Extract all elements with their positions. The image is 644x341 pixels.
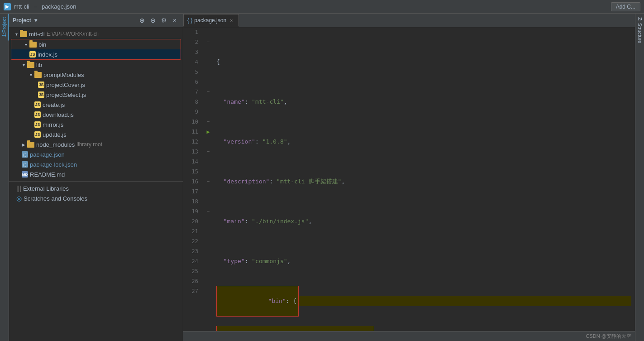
g-11: ▶: [204, 127, 213, 137]
bin-label: bin: [38, 41, 46, 48]
tree-projectselect-js[interactable]: JS projectSelect.js: [9, 90, 183, 100]
tree-package-json[interactable]: { } package.json: [9, 149, 183, 159]
run-11[interactable]: ▶: [206, 127, 210, 137]
nodemodules-expand-arrow: ▶: [20, 141, 27, 148]
code-content[interactable]: { "name": "mtt-cli", "version": "1.0.8",…: [213, 27, 635, 331]
credit-text: CSDN @安静的天空: [586, 333, 631, 340]
code-line-6: "type": "commonjs",: [216, 256, 631, 266]
tree-lib-folder[interactable]: ▾ lib: [9, 60, 183, 70]
right-panel-label[interactable]: Z: Structure: [636, 14, 644, 47]
ln-24: 24: [187, 256, 198, 266]
ln-5: 5: [187, 67, 198, 77]
mirror-icon: JS: [34, 121, 41, 128]
ln-14: 14: [187, 157, 198, 167]
root-path: E:\APP-WORK\mtt-cli: [47, 31, 99, 37]
title-bar-right: Add C...: [611, 2, 640, 11]
tree-scratches-consoles[interactable]: ◎ Scratches and Consoles: [9, 193, 183, 203]
create-label: create.js: [43, 101, 65, 108]
fold-2[interactable]: −: [207, 37, 210, 47]
tab-close-button[interactable]: ×: [230, 18, 233, 23]
g-19: −: [204, 207, 213, 216]
lib-folder-icon: [27, 62, 34, 68]
packagejson-label: package.json: [30, 151, 65, 158]
title-filename: package.json: [42, 3, 76, 10]
ln-26: 26: [187, 276, 198, 286]
packagelockjson-icon: { }: [22, 161, 28, 168]
ln-12: 12: [187, 137, 198, 147]
index-js-icon: JS: [29, 51, 36, 58]
ln-8: 8: [187, 97, 198, 107]
ln-25: 25: [187, 266, 198, 276]
g-6: [204, 77, 213, 87]
ln-18: 18: [187, 197, 198, 207]
download-icon: JS: [34, 111, 41, 118]
code-line-3: "version": "1.0.8",: [216, 137, 631, 147]
promptmodules-label: promptModules: [43, 72, 84, 78]
tree-readme-md[interactable]: MD README.md: [9, 169, 183, 179]
packagejson-icon: { }: [22, 151, 28, 158]
tree-separator: [9, 181, 183, 182]
root-label: mtt-cli: [29, 31, 45, 38]
tree-mirror-js[interactable]: JS mirror.js: [9, 120, 183, 130]
fold-7[interactable]: −: [207, 87, 210, 97]
nodemodules-label: node_modules: [36, 141, 75, 148]
tree-update-js[interactable]: JS update.js: [9, 130, 183, 139]
right-panel: Z: Structure: [635, 14, 644, 341]
add-c-button[interactable]: Add C...: [611, 2, 640, 11]
g-3: [204, 47, 213, 57]
tree-package-lock-json[interactable]: { } package-lock.json: [9, 159, 183, 169]
ln-15: 15: [187, 167, 198, 177]
readme-label: README.md: [30, 171, 65, 178]
g-9: [204, 107, 213, 117]
project-panel-vertical: 1:Project: [0, 14, 9, 341]
tree-root[interactable]: ▾ mtt-cli E:\APP-WORK\mtt-cli: [9, 29, 183, 39]
tree-nodemodules-folder[interactable]: ▶ node_modules library root: [9, 139, 183, 149]
code-editor: 1 2 3 4 5 6 7 8 9 10 11 12 13 14 15 16 1…: [183, 27, 635, 331]
app-icon: ▶: [4, 3, 11, 10]
ln-17: 17: [187, 187, 198, 197]
root-folder-icon: [20, 31, 27, 37]
tree-promptmodules-folder[interactable]: ▾ promptModules: [9, 70, 183, 80]
promptmodules-expand-arrow: ▾: [27, 71, 34, 78]
fold-13[interactable]: −: [207, 147, 210, 157]
ln-2: 2: [187, 37, 198, 47]
tree-index-js[interactable]: JS index.js: [11, 49, 181, 59]
code-line-1: {: [216, 57, 631, 67]
collapse-all-button[interactable]: ⊖: [148, 16, 157, 25]
ln-22: 22: [187, 236, 198, 246]
tree-external-libraries[interactable]: ||| External Libraries: [9, 183, 183, 193]
close-panel-button[interactable]: ×: [170, 16, 179, 25]
ln-9: 9: [187, 107, 198, 117]
g-17: [204, 187, 213, 197]
update-label: update.js: [43, 131, 67, 138]
tree-bin-folder[interactable]: ▾ bin: [11, 39, 181, 49]
settings-button[interactable]: ⚙: [159, 16, 168, 25]
add-content-button[interactable]: ⊕: [138, 16, 147, 25]
tab-file-icon: { }: [187, 17, 192, 24]
g-16: −: [204, 177, 213, 187]
ln-1: 1: [187, 27, 198, 37]
g-21: [204, 226, 213, 236]
tree-projectcover-js[interactable]: JS projectCover.js: [9, 80, 183, 90]
g-5: [204, 67, 213, 77]
lib-expand-arrow: ▾: [20, 61, 27, 68]
fold-16[interactable]: −: [207, 177, 210, 187]
project-panel-label[interactable]: 1:Project: [0, 14, 9, 40]
ln-27: 27: [187, 286, 198, 296]
download-label: download.js: [43, 111, 74, 118]
bottom-bar: CSDN @安静的天空: [183, 331, 635, 341]
tab-filename: package.json: [194, 17, 226, 24]
nodemodules-hint: library root: [76, 141, 102, 148]
g-8: [204, 97, 213, 107]
tree-download-js[interactable]: JS download.js: [9, 110, 183, 120]
line-numbers: 1 2 3 4 5 6 7 8 9 10 11 12 13 14 15 16 1…: [183, 27, 204, 331]
ln-7: 7: [187, 87, 198, 97]
ln-20: 20: [187, 216, 198, 226]
fold-19[interactable]: −: [207, 207, 210, 216]
bin-expand-arrow: ▾: [22, 41, 29, 48]
tab-package-json[interactable]: { } package.json ×: [183, 14, 239, 27]
fold-10[interactable]: −: [207, 117, 210, 127]
tree-create-js[interactable]: JS create.js: [9, 100, 183, 110]
lib-label: lib: [36, 62, 42, 68]
panel-header: Project ▾ ⊕ ⊖ ⚙ ×: [9, 14, 183, 27]
